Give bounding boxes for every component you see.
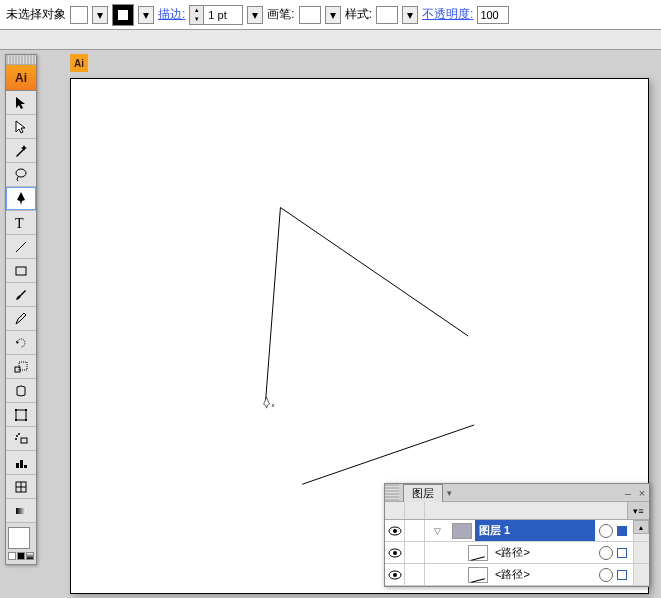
lock-toggle[interactable] (405, 542, 425, 563)
sub-bar (0, 30, 661, 50)
palette-grip[interactable] (6, 55, 36, 65)
direct-selection-tool[interactable] (6, 115, 36, 139)
panel-minimize-icon[interactable]: – (621, 487, 635, 499)
visibility-toggle[interactable] (385, 542, 405, 563)
gradient-swatch[interactable] (26, 552, 34, 560)
svg-rect-6 (16, 410, 26, 420)
app-badge: Ai (6, 65, 36, 91)
style-select[interactable] (376, 6, 398, 24)
default-stroke-swatch[interactable] (17, 552, 25, 560)
svg-rect-11 (21, 438, 27, 443)
type-tool[interactable]: T (6, 211, 36, 235)
path-thumbnail (468, 567, 488, 583)
svg-rect-10 (25, 419, 27, 421)
svg-rect-7 (15, 409, 17, 411)
disclosure-icon[interactable]: ▽ (425, 526, 449, 536)
style-label: 样式: (345, 6, 372, 23)
fill-dropdown[interactable]: ▾ (92, 6, 108, 24)
path-name[interactable]: <路径> (491, 542, 595, 563)
tool-palette: Ai T (5, 54, 37, 565)
control-bar: 未选择对象 ▾ ▾ 描边: ▲▼ 1 pt ▾ 画笔: ▾ 样式: ▾ 不透明度… (0, 0, 661, 30)
panel-grip[interactable] (385, 484, 399, 501)
fill-swatch[interactable] (70, 6, 88, 24)
stroke-weight-dropdown[interactable]: ▾ (247, 6, 263, 24)
layers-panel: 图层 ▾ – × ▾≡ ▴ ▽ 图层 1 <路径> (384, 483, 650, 587)
svg-text:T: T (15, 216, 24, 231)
lock-toggle[interactable] (405, 564, 425, 585)
lock-toggle[interactable] (405, 520, 425, 541)
opacity-label-link[interactable]: 不透明度: (422, 6, 473, 23)
scale-tool[interactable] (6, 355, 36, 379)
magic-wand-tool[interactable] (6, 139, 36, 163)
svg-point-0 (16, 169, 26, 177)
layer-thumbnail (452, 523, 472, 539)
stroke-dropdown[interactable]: ▾ (138, 6, 154, 24)
line-segment-tool[interactable] (6, 235, 36, 259)
svg-point-28 (393, 573, 397, 577)
color-section (6, 523, 36, 564)
selection-status: 未选择对象 (6, 6, 66, 23)
selection-indicator (617, 548, 627, 558)
path-thumbnail (468, 545, 488, 561)
lasso-tool[interactable] (6, 163, 36, 187)
svg-rect-9 (15, 419, 17, 421)
stroke-swatch[interactable] (112, 4, 134, 26)
svg-rect-15 (16, 463, 19, 468)
default-fill-swatch[interactable] (8, 552, 16, 560)
target-icon[interactable] (599, 546, 613, 560)
selection-tool[interactable] (6, 91, 36, 115)
path-name[interactable]: <路径> (491, 564, 595, 585)
svg-point-14 (15, 438, 17, 440)
svg-point-13 (18, 433, 20, 435)
svg-rect-21 (16, 508, 26, 514)
target-icon[interactable] (599, 568, 613, 582)
svg-line-2 (16, 242, 26, 252)
panel-menu-icon[interactable]: ▾≡ (627, 502, 649, 519)
style-dropdown[interactable]: ▾ (402, 6, 418, 24)
symbol-sprayer-tool[interactable] (6, 427, 36, 451)
svg-text:x: x (272, 402, 275, 408)
warp-tool[interactable] (6, 379, 36, 403)
pen-tool[interactable] (6, 187, 36, 211)
svg-rect-16 (20, 460, 23, 468)
path-row[interactable]: <路径> (385, 542, 649, 564)
visibility-toggle[interactable] (385, 564, 405, 585)
brush-dropdown[interactable]: ▾ (325, 6, 341, 24)
rotate-tool[interactable] (6, 331, 36, 355)
svg-rect-3 (16, 267, 26, 275)
selection-indicator (617, 526, 627, 536)
svg-point-24 (393, 529, 397, 533)
opacity-input[interactable] (477, 6, 509, 24)
layers-tab[interactable]: 图层 (403, 484, 443, 502)
svg-rect-17 (24, 465, 27, 468)
rectangle-tool[interactable] (6, 259, 36, 283)
mesh-tool[interactable] (6, 475, 36, 499)
paintbrush-tool[interactable] (6, 283, 36, 307)
brush-select[interactable] (299, 6, 321, 24)
layer-name[interactable]: 图层 1 (475, 520, 595, 541)
stroke-weight-stepper[interactable]: ▲▼ 1 pt (189, 5, 243, 25)
svg-rect-8 (25, 409, 27, 411)
panel-close-icon[interactable]: × (635, 487, 649, 499)
visibility-toggle[interactable] (385, 520, 405, 541)
step-up-icon[interactable]: ▲ (190, 6, 203, 15)
document-tab[interactable]: Ai (70, 54, 88, 72)
stroke-label-link[interactable]: 描边: (158, 6, 185, 23)
svg-point-12 (16, 435, 18, 437)
gradient-tool[interactable] (6, 499, 36, 523)
stroke-weight-value: 1 pt (204, 9, 242, 21)
panel-chevron-icon[interactable]: ▾ (443, 488, 456, 498)
column-graph-tool[interactable] (6, 451, 36, 475)
svg-point-26 (393, 551, 397, 555)
step-down-icon[interactable]: ▼ (190, 15, 203, 24)
free-transform-tool[interactable] (6, 403, 36, 427)
layer-row[interactable]: ▽ 图层 1 (385, 520, 649, 542)
pencil-tool[interactable] (6, 307, 36, 331)
scroll-up-icon[interactable]: ▴ (633, 520, 649, 534)
path-row[interactable]: <路径> (385, 564, 649, 586)
selection-indicator (617, 570, 627, 580)
fill-color-box[interactable] (8, 527, 30, 549)
brush-label: 画笔: (267, 6, 294, 23)
target-icon[interactable] (599, 524, 613, 538)
